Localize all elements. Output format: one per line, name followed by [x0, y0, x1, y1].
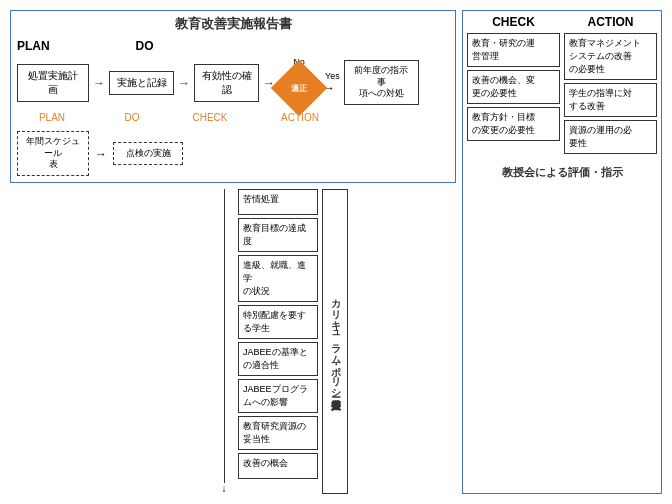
- bottom-flow-row: 年間スケジュール 表 → 点検の実施: [17, 131, 449, 176]
- yes-and-action: Yes →: [323, 71, 340, 95]
- action-item-r1: 学生の指導に対 する改善: [564, 83, 657, 117]
- box-plan: 処置実施計画: [17, 64, 89, 102]
- flow-diamond: 適正: [271, 60, 328, 117]
- check-col: CHECK 教育・研究の運 営管理 改善の機会、変 更の必要性 教育方針・目標 …: [467, 15, 560, 157]
- box-check: 有効性の確認: [194, 64, 259, 102]
- action-col: ACTION 教育マネジメント システムの改善 の必要性 学生の指導に対 する改…: [564, 15, 657, 157]
- action-item-0: 苦情処置: [238, 189, 318, 215]
- check-item-1: 改善の機会、変 更の必要性: [467, 70, 560, 104]
- bottom-box1-text: 年間スケジュール 表: [26, 136, 80, 169]
- box-action-text: 前年度の指示事 項への対処: [354, 65, 408, 98]
- plan-do-wrapper: 教育改善実施報告書 PLAN DO 処置実施計画 → 実施と記録 → 有効性の確…: [10, 10, 456, 183]
- box-action: 前年度の指示事 項への対処: [344, 60, 419, 105]
- action-item-r0: 教育マネジメント システムの改善 の必要性: [564, 33, 657, 80]
- diamond-wrapper: No 適正: [279, 57, 319, 108]
- plan-do-title: 教育改善実施報告書: [175, 15, 292, 33]
- right-header-row: CHECK 教育・研究の運 営管理 改善の機会、変 更の必要性 教育方針・目標 …: [467, 15, 657, 157]
- vertical-text-box: カリキュラム・ポリシー策定委員会: [322, 189, 348, 494]
- plan-header: PLAN: [17, 39, 102, 53]
- check-item-0: 教育・研究の運 営管理: [467, 33, 560, 67]
- main-container: 教育改善実施報告書 PLAN DO 処置実施計画 → 実施と記録 → 有効性の確…: [0, 0, 672, 504]
- flow-row: 処置実施計画 → 実施と記録 → 有効性の確認 → No 適正 Yes →: [17, 57, 449, 108]
- plan-do-box: 教育改善実施報告書 PLAN DO 処置実施計画 → 実施と記録 → 有効性の確…: [10, 10, 456, 183]
- action-item-6: 教育研究資源の 妥当性: [238, 416, 318, 450]
- action-item-2: 進級、就職、進学 の状況: [238, 255, 318, 302]
- action-item-r2: 資源の運用の必 要性: [564, 120, 657, 154]
- action-item-5: JABEEプログラムへの影響: [238, 379, 318, 413]
- check-title: CHECK: [467, 15, 560, 29]
- bottom-box1: 年間スケジュール 表: [17, 131, 89, 176]
- do-header2: [187, 39, 449, 53]
- middle-area: ↓ 苦情処置 教育目標の達成 度 進級、就職、進学 の状況 特別配慮を要す る学…: [10, 189, 456, 494]
- do-header: DO: [102, 39, 187, 53]
- left-section: 教育改善実施報告書 PLAN DO 処置実施計画 → 実施と記録 → 有効性の確…: [10, 10, 456, 494]
- arrow1: →: [93, 76, 105, 90]
- down-arrow: ↓: [214, 189, 234, 494]
- box-do: 実施と記録: [109, 71, 174, 95]
- arrow5: →: [95, 147, 107, 161]
- sub-check: CHECK: [175, 112, 245, 123]
- arrow2: →: [178, 76, 190, 90]
- action-item-1: 教育目標の達成 度: [238, 218, 318, 252]
- action-title: ACTION: [564, 15, 657, 29]
- bottom-box2: 点検の実施: [113, 142, 183, 165]
- diamond-text: 適正: [291, 83, 307, 94]
- yes-label: Yes: [325, 71, 340, 81]
- action-item-3: 特別配慮を要す る学生: [238, 305, 318, 339]
- sub-do: DO: [97, 112, 167, 123]
- right-section: CHECK 教育・研究の運 営管理 改善の機会、変 更の必要性 教育方針・目標 …: [462, 10, 662, 494]
- sub-plan: PLAN: [17, 112, 87, 123]
- action-item-7: 改善の概会: [238, 453, 318, 479]
- check-item-2: 教育方針・目標 の変更の必要性: [467, 107, 560, 141]
- right-footer: 教授会による評価・指示: [467, 165, 657, 180]
- spacer: [10, 189, 210, 494]
- action-items-col: 苦情処置 教育目標の達成 度 進級、就職、進学 の状況 特別配慮を要す る学生 …: [238, 189, 318, 494]
- vertical-text: カリキュラム・ポリシー策定委員会: [328, 292, 342, 392]
- action-item-4: JABEEの基準との適合性: [238, 342, 318, 376]
- sub-labels: PLAN DO CHECK ACTION: [17, 112, 449, 123]
